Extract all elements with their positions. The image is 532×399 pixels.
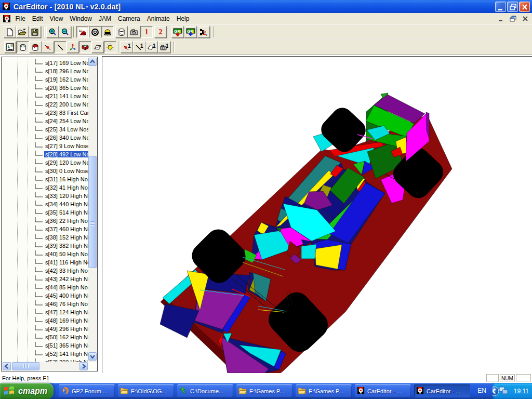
taskbar-button-7[interactable]: CarEditor - ...: [414, 384, 470, 397]
taskbar-button-5[interactable]: E:\Games P...: [296, 384, 352, 397]
tree-item[interactable]: s[36] 22 High Nose: [2, 217, 88, 225]
mdi-restore-button[interactable]: [508, 14, 518, 23]
svg-text:1: 1: [153, 43, 156, 49]
menu-jam[interactable]: JAM: [96, 14, 115, 24]
toolbar-button-tire[interactable]: [89, 26, 101, 38]
tree-item[interactable]: s[33] 120 High Nose: [2, 192, 88, 201]
tree-item[interactable]: s[27] 9 Low Nose: [2, 142, 88, 151]
tree-item[interactable]: s[35] 514 High Nose: [2, 209, 88, 217]
tree-item[interactable]: s[51] 365 High Nose: [2, 342, 88, 350]
tree-item[interactable]: s[34] 440 High Nose: [2, 201, 88, 209]
toolbar-button-digit-1[interactable]: 1: [140, 26, 153, 38]
close-button[interactable]: [519, 2, 530, 12]
tree-item[interactable]: s[17] 169 Low Nose: [2, 59, 88, 68]
toolbar-button-axes-3d[interactable]: [66, 41, 79, 53]
tree-item[interactable]: s[50] 162 High Nose: [2, 334, 88, 342]
menu-camera[interactable]: Camera: [115, 14, 144, 24]
toolbar-button-open-folder[interactable]: [16, 26, 29, 38]
tree-item[interactable]: s[44] 85 High Nose: [2, 284, 88, 292]
tree-item[interactable]: s[39] 382 High Nose: [2, 242, 88, 250]
tree-item[interactable]: s[41] 116 High Nose: [2, 259, 88, 267]
tree-item[interactable]: s[19] 162 Low Nose: [2, 76, 88, 84]
tree-item[interactable]: s[42] 33 High Nose: [2, 267, 88, 275]
tree-item[interactable]: s[40] 50 High Nose: [2, 250, 88, 259]
taskbar-button-6[interactable]: CarEditor - ...: [355, 384, 411, 397]
menu-file[interactable]: File: [12, 14, 29, 24]
tree-item[interactable]: s[38] 152 High Nose: [2, 234, 88, 242]
tree-item[interactable]: s[37] 460 High Nose: [2, 225, 88, 234]
menu-help[interactable]: Help: [173, 14, 193, 24]
toolbar-button-plane-quad-1[interactable]: 1: [145, 41, 158, 53]
toolbar-button-gp2-upload[interactable]: GP2: [184, 26, 197, 38]
toolbar-button-edge-line[interactable]: [54, 41, 66, 53]
tree-item[interactable]: s[18] 296 Low Nose: [2, 68, 88, 76]
toolbar-separator: [169, 26, 170, 37]
shape-tree: s[17] 169 Low Noses[18] 296 Low Noses[19…: [2, 58, 88, 362]
start-label: старт: [18, 387, 47, 396]
toolbar-button-cylinder-red[interactable]: [29, 41, 42, 53]
tree-item[interactable]: s[26] 340 Low Nose: [2, 134, 88, 142]
tree-item[interactable]: s[46] 76 High Nose: [2, 300, 88, 309]
toolbar-button-new-document[interactable]: [4, 26, 16, 38]
menu-window[interactable]: Window: [66, 14, 96, 24]
menu-edit[interactable]: Edit: [29, 14, 46, 24]
tree-item[interactable]: s[32] 41 High Nose: [2, 184, 88, 192]
window-title: CarEditor - [2010 NL▫ v2.0.dat]: [14, 3, 121, 11]
tree-hscroll-right[interactable]: [79, 362, 88, 370]
tree-item[interactable]: s[52] 141 High Nose: [2, 350, 88, 358]
start-button[interactable]: старт: [0, 383, 54, 399]
tree-item[interactable]: s[25] 34 Low Nose: [2, 126, 88, 134]
toolbar-button-zoom-out[interactable]: [59, 26, 71, 38]
toolbar-button-book-red[interactable]: [79, 41, 91, 53]
toolbar-button-vertex-dot-1[interactable]: 1: [121, 41, 133, 53]
taskbar-button-3[interactable]: C:\Docume...: [177, 384, 233, 397]
model-viewport[interactable]: [102, 56, 532, 373]
menu-animate[interactable]: Animate: [143, 14, 173, 24]
toolbar-button-digit-2[interactable]: 2: [154, 26, 167, 38]
tree-vscroll-thumb[interactable]: [88, 156, 97, 268]
tree-item[interactable]: s[21] 141 Low Nose: [2, 92, 88, 101]
tree-vscroll-up[interactable]: [88, 58, 97, 66]
toolbar-button-vertex-dot[interactable]: [42, 41, 54, 53]
taskbar-button-4[interactable]: E:\Games P...: [236, 384, 292, 397]
tree-item[interactable]: s[31] 16 High Nose: [2, 176, 88, 184]
tree-vscroll-down[interactable]: [88, 352, 97, 361]
taskbar-button-2[interactable]: E:\OldG\OG...: [118, 384, 174, 397]
toolbar-edit: 1111: [0, 40, 532, 55]
toolbar-button-cylinder[interactable]: [115, 26, 128, 38]
minimize-button[interactable]: [495, 2, 506, 12]
toolbar-button-edge-line-1[interactable]: 1: [133, 41, 145, 53]
tree-hscroll-thumb[interactable]: [12, 362, 39, 370]
tree-item[interactable]: s[49] 296 High Nose: [2, 325, 88, 334]
tree-item[interactable]: s[30] 0 Low Nose: [2, 167, 88, 176]
toolbar-button-gp2-download[interactable]: GP2: [171, 26, 184, 38]
toolbar-button-car-2[interactable]: 2: [197, 26, 210, 38]
toolbar-button-helmet[interactable]: [101, 26, 114, 38]
toolbar-button-render-car[interactable]: [76, 26, 89, 38]
toolbar-button-cylinder-colors[interactable]: [17, 41, 29, 53]
toolbar-button-camera[interactable]: [128, 26, 140, 38]
restore-button[interactable]: [507, 2, 518, 12]
tree-item[interactable]: s[23] 83 First Car: [2, 109, 88, 117]
tree-item[interactable]: s[45] 400 High Nose: [2, 292, 88, 300]
toolbar-button-camera-1[interactable]: 1: [158, 41, 170, 53]
tree-item[interactable]: s[47] 124 High Nose: [2, 309, 88, 317]
toolbar-button-plane-quad[interactable]: [91, 41, 104, 53]
tree-item[interactable]: s[43] 242 High Nose: [2, 275, 88, 284]
taskbar-button-1[interactable]: GP2 Forum ...: [59, 384, 115, 397]
tree-item[interactable]: s[29] 120 Low Nose: [2, 159, 88, 167]
scroll-grip: [24, 364, 25, 368]
mdi-minimize-button[interactable]: [496, 14, 507, 23]
menu-view[interactable]: View: [46, 14, 66, 24]
mdi-close-button[interactable]: [520, 14, 530, 23]
toolbar-button-save-floppy[interactable]: [29, 26, 41, 38]
tree-item[interactable]: s[48] 169 High Nose: [2, 317, 88, 325]
tree-item-selected[interactable]: s[28] 492 Low Nose: [2, 151, 88, 159]
tree-item[interactable]: s[24] 254 Low Nose: [2, 117, 88, 126]
toolbar-button-sun-light[interactable]: [104, 41, 116, 53]
toolbar-button-zoom-in[interactable]: [46, 26, 59, 38]
tree-item[interactable]: s[22] 200 Low Nose: [2, 101, 88, 109]
tree-item[interactable]: s[20] 365 Low Nose: [2, 84, 88, 92]
careditor-icon: [357, 387, 365, 395]
tree-hscroll-left[interactable]: [3, 362, 11, 370]
